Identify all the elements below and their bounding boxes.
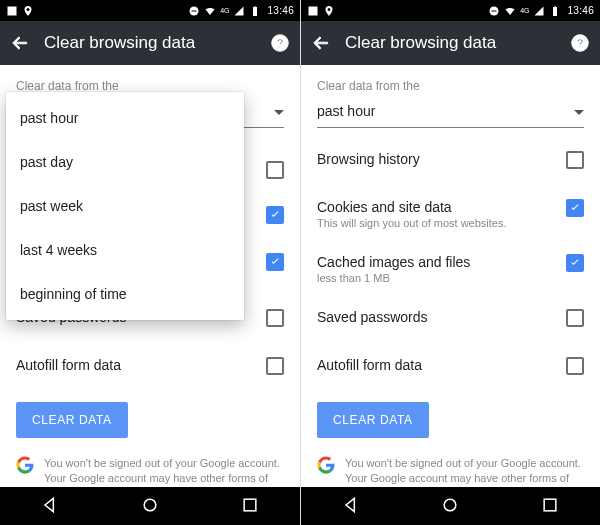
checkbox-passwords[interactable] [266,309,284,327]
content-area: Clear data from the past hour Browsing h… [301,65,600,487]
footer-note: You won't be signed out of your Google a… [301,448,600,487]
wifi-icon [504,5,516,17]
row-browsing-history[interactable]: Browsing history [301,138,600,186]
clear-data-button[interactable]: CLEAR DATA [317,402,429,438]
row-passwords[interactable]: Saved passwords [301,296,600,344]
location-icon [22,5,34,17]
row-label: Autofill form data [317,357,556,373]
checkbox-autofill[interactable] [266,357,284,375]
help-icon[interactable]: ? [270,33,290,53]
row-sublabel: less than 1 MB [317,272,556,284]
row-cookies[interactable]: Cookies and site data This will sign you… [301,186,600,241]
battery-icon [549,5,561,17]
nav-back-icon[interactable] [341,495,361,518]
signal-icon [533,5,545,17]
checkbox-browsing-peek[interactable] [266,161,284,179]
clear-data-button[interactable]: CLEAR DATA [16,402,128,438]
android-nav-bar [0,487,300,525]
section-label: Clear data from the [301,65,600,99]
nav-home-icon[interactable] [440,495,460,518]
row-sublabel: This will sign you out of most websites. [317,217,556,229]
row-label: Browsing history [317,151,556,167]
image-icon [307,5,319,17]
network-type: 4G [520,7,529,14]
do-not-disturb-icon [488,5,500,17]
android-nav-bar [301,487,600,525]
signal-icon [233,5,245,17]
row-label: Cached images and files [317,254,556,270]
svg-point-4 [144,499,156,511]
nav-home-icon[interactable] [140,495,160,518]
svg-rect-1 [192,10,197,11]
checkbox-cookies[interactable] [566,199,584,217]
footer-text: You won't be signed out of your Google a… [44,456,284,487]
network-type: 4G [220,7,229,14]
caret-down-icon [574,106,584,121]
toolbar: Clear browsing data ? [301,21,600,65]
svg-rect-11 [544,499,556,511]
popup-item-last-4-weeks[interactable]: last 4 weeks [6,228,244,272]
nav-back-icon[interactable] [40,495,60,518]
phone-left: 4G 13:46 Clear browsing data ? Clear dat… [0,0,300,525]
checkbox-autofill[interactable] [566,357,584,375]
time-range-dropdown[interactable]: past hour [317,99,584,128]
battery-icon [249,5,261,17]
popup-item-past-day[interactable]: past day [6,140,244,184]
dropdown-value: past hour [317,103,574,123]
svg-text:?: ? [276,36,283,49]
checkbox-cookies-peek[interactable] [266,206,284,224]
toolbar: Clear browsing data ? [0,21,300,65]
location-icon [323,5,335,17]
nav-recents-icon[interactable] [240,495,260,518]
svg-point-10 [445,499,457,511]
status-bar: 4G 13:46 [301,0,600,21]
footer-note: You won't be signed out of your Google a… [0,448,300,487]
row-label: Cookies and site data [317,199,556,215]
checkbox-cache-peek[interactable] [266,253,284,271]
wifi-icon [204,5,216,17]
do-not-disturb-icon [188,5,200,17]
page-title: Clear browsing data [345,33,496,53]
time-range-popup: past hour past day past week last 4 week… [6,92,244,320]
checkbox-cache[interactable] [566,254,584,272]
checkbox-browsing[interactable] [566,151,584,169]
status-bar: 4G 13:46 [0,0,300,21]
footer-text: You won't be signed out of your Google a… [345,456,584,487]
caret-down-icon [274,106,284,121]
google-logo-icon [16,456,34,474]
help-icon[interactable]: ? [570,33,590,53]
phone-right: 4G 13:46 Clear browsing data ? Clear dat… [300,0,600,525]
row-autofill[interactable]: Autofill form data [0,344,300,392]
svg-rect-5 [244,499,256,511]
page-title: Clear browsing data [44,33,195,53]
row-cache[interactable]: Cached images and files less than 1 MB [301,241,600,296]
row-autofill[interactable]: Autofill form data [301,344,600,392]
back-icon[interactable] [10,33,30,53]
checkbox-passwords[interactable] [566,309,584,327]
google-logo-icon [317,456,335,474]
status-clock: 13:46 [567,5,594,16]
row-label: Autofill form data [16,357,256,373]
nav-recents-icon[interactable] [540,495,560,518]
back-icon[interactable] [311,33,331,53]
svg-text:?: ? [576,36,583,49]
row-label: Saved passwords [317,309,556,325]
popup-item-past-week[interactable]: past week [6,184,244,228]
image-icon [6,5,18,17]
status-clock: 13:46 [267,5,294,16]
svg-rect-7 [492,10,497,11]
popup-item-beginning[interactable]: beginning of time [6,272,244,316]
popup-item-past-hour[interactable]: past hour [6,96,244,140]
